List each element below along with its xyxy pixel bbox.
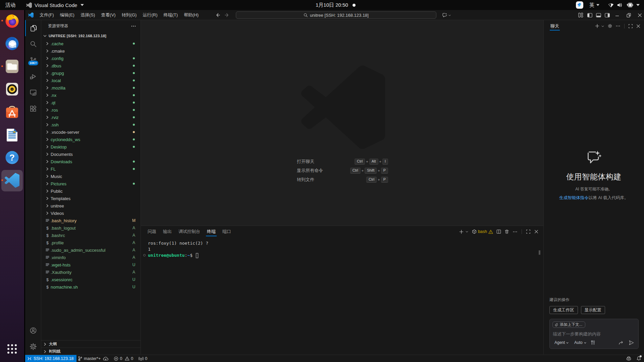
toggle-secondary-sidebar-button[interactable] (603, 10, 611, 20)
tree-item[interactable]: $ Templates (41, 195, 141, 202)
chat-tab[interactable]: 聊天 (550, 20, 559, 32)
customize-layout-button[interactable] (576, 10, 585, 20)
new-terminal-dropdown-icon[interactable] (465, 230, 469, 233)
dock-item-files[interactable] (4, 58, 20, 74)
problems-item[interactable]: 0 0 (111, 355, 136, 362)
restore-button[interactable] (624, 10, 633, 20)
chat-input-placeholder[interactable]: 描述下一步要构建的内容 (553, 331, 601, 337)
dock-item-help[interactable]: ? (4, 149, 20, 166)
maximize-chat-button[interactable] (628, 24, 633, 28)
new-terminal-button[interactable] (459, 229, 464, 234)
editor-area[interactable]: 打开聊天 Ctrl+Alt+I+ 显示所有命令 Ctrl+Shift+P+ 转到… (141, 20, 543, 226)
copilot-status-icon[interactable] (626, 356, 632, 361)
command-center-search[interactable]: unitree [SSH: 192.168.123.18] (236, 11, 436, 19)
tray-chevron-icon[interactable] (636, 4, 640, 6)
dock-item-libreoffice-writer[interactable] (4, 127, 20, 143)
chat-mode-picker[interactable]: Agent (554, 340, 569, 345)
menu-item[interactable]: 编辑(E) (57, 10, 77, 20)
terminal-scrollbar-thumb[interactable] (539, 250, 540, 255)
dock-item-thunderbird[interactable] (4, 36, 20, 52)
panel-more-actions-icon[interactable] (513, 229, 518, 234)
forwarded-ports-item[interactable]: 0 (136, 355, 150, 362)
explorer-more-actions-icon[interactable] (131, 23, 136, 29)
copilot-titlebar-button[interactable] (442, 11, 451, 19)
tree-item[interactable]: $ .xsessionrc U (41, 276, 141, 283)
toggle-panel-button[interactable] (594, 10, 603, 20)
activities-button[interactable]: 活动 (4, 0, 17, 10)
close-chat-button[interactable] (636, 24, 641, 28)
toggle-primary-sidebar-button[interactable] (585, 10, 594, 20)
tree-item[interactable]: $ .ssh dot (41, 121, 141, 128)
tree-item[interactable]: $ FL dot (41, 165, 141, 173)
minimize-button[interactable] (613, 10, 622, 20)
tree-item[interactable]: $ .profile A (41, 239, 141, 246)
activity-source-control[interactable]: 10K+ (25, 52, 41, 68)
generate-instructions-link[interactable]: 生成智能体指令 (559, 195, 589, 200)
tree-item[interactable]: $ .qt dot (41, 99, 141, 106)
activity-search[interactable] (25, 36, 41, 52)
tree-item[interactable]: $ .Xauthority A (41, 268, 141, 276)
activity-extensions[interactable] (25, 101, 41, 117)
focused-app-menu[interactable]: Visual Studio Code (26, 0, 84, 10)
tree-item[interactable]: $ .bash_logout A (41, 224, 141, 232)
activity-run-debug[interactable] (25, 68, 41, 84)
remote-indicator[interactable]: SSH: 192.168.123.18 (25, 355, 76, 362)
menu-item[interactable]: 文件(F) (37, 10, 57, 20)
chat-input-box[interactable]: 添加上下文... 描述下一步要构建的内容 Agent Auto (549, 319, 639, 349)
tree-item[interactable]: $ .vscode-server dot (41, 128, 141, 136)
menu-item[interactable]: 选择(S) (77, 10, 98, 20)
settings-gear-button[interactable] (25, 339, 41, 355)
tree-item[interactable]: $ cyclonedds_ws dot (41, 136, 141, 143)
chat-redo-icon[interactable] (619, 341, 624, 345)
workspace-root-header[interactable]: UNITREE [SSH: 192.168.123.18] (41, 32, 141, 40)
accounts-button[interactable] (25, 322, 41, 339)
menu-item[interactable]: 终端(T) (160, 10, 181, 20)
tree-item[interactable]: $ .cache dot (41, 40, 141, 47)
kill-terminal-button[interactable] (504, 229, 509, 234)
terminal-profile-item[interactable]: bash (472, 229, 493, 234)
tree-item[interactable]: $ .bashrc A (41, 232, 141, 239)
tree-item[interactable]: $ nomachine.sh U (41, 283, 141, 291)
terminal[interactable]: ros:foxy(1) noetic(2) ? 1 unitree@ubuntu… (141, 238, 543, 354)
navigate-back-button[interactable] (215, 12, 220, 18)
panel-tab[interactable]: 端口 (222, 226, 231, 237)
add-context-button[interactable]: 添加上下文... (552, 321, 585, 328)
tree-item[interactable]: $ .viminfo A (41, 254, 141, 261)
tree-item[interactable]: $ Documents (41, 150, 141, 158)
suggested-action-button[interactable]: 显示配置 (581, 306, 605, 314)
chat-tools-button[interactable] (591, 340, 595, 345)
panel-tab[interactable]: 调试控制台 (178, 226, 200, 237)
new-chat-button[interactable] (595, 23, 600, 28)
maximize-panel-button[interactable] (526, 229, 531, 234)
send-button[interactable] (629, 340, 634, 346)
tree-item[interactable]: $ .bash_history M (41, 217, 141, 224)
close-panel-button[interactable] (534, 229, 539, 234)
dock-item-rhythmbox[interactable] (4, 81, 20, 97)
tree-item[interactable]: $ Pictures dot (41, 180, 141, 187)
panel-tab[interactable]: 问题 (148, 226, 156, 237)
new-chat-dropdown-icon[interactable] (601, 24, 604, 28)
panel-tab[interactable]: 输出 (163, 226, 172, 237)
chat-settings-gear-icon[interactable] (607, 23, 612, 28)
close-window-button[interactable] (635, 10, 644, 20)
dock-item-firefox[interactable] (4, 13, 20, 29)
tree-item[interactable]: $ .mozilla dot (41, 84, 141, 92)
tree-item[interactable]: $ .sudo_as_admin_successful A (41, 246, 141, 254)
tree-item[interactable]: $ Desktop dot (41, 143, 141, 150)
remote-app-tray-icon[interactable] (576, 1, 583, 9)
outline-section-header[interactable]: 大纲 (41, 340, 141, 348)
menu-item[interactable]: 运行(R) (140, 10, 160, 20)
system-tray[interactable]: 英 (576, 0, 644, 10)
timeline-section-header[interactable]: 时间线 (41, 348, 141, 355)
tree-item[interactable]: $ .wget-hsts U (41, 261, 141, 268)
tree-item[interactable]: $ Videos (41, 209, 141, 217)
menu-item[interactable]: 查看(V) (98, 10, 118, 20)
split-terminal-button[interactable] (496, 229, 501, 234)
tree-item[interactable]: $ .cmake (41, 47, 141, 55)
menu-item[interactable]: 帮助(H) (181, 10, 202, 20)
tree-item[interactable]: $ .rviz dot (41, 114, 141, 121)
tree-item[interactable]: $ .gnupg dot (41, 69, 141, 77)
suggested-action-button[interactable]: 生成工作区 (549, 306, 578, 314)
panel-tab[interactable]: 终端 (207, 226, 216, 237)
tree-item[interactable]: $ Downloads dot (41, 158, 141, 165)
